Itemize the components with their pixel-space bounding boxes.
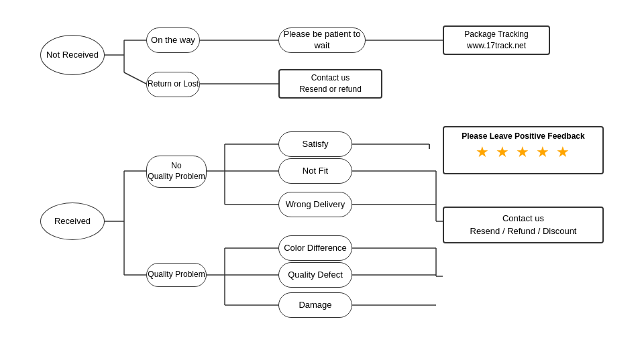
quality-problem-node: Quality Problem xyxy=(146,263,207,287)
feedback-title: Please Leave Positive Feedback xyxy=(449,131,597,141)
damage-node: Damage xyxy=(278,292,352,318)
package-tracking-node: Package Trackingwww.17track.net xyxy=(443,25,550,55)
contact-discount-label: Contact usResend / Refund / Discount xyxy=(470,213,577,237)
diagram: Not Received On the way Please be patien… xyxy=(0,0,644,344)
satisfy-node: Satisfy xyxy=(278,131,352,157)
stars-display: ★ ★ ★ ★ ★ xyxy=(449,144,597,161)
no-quality-node: NoQuality Problem xyxy=(146,156,207,188)
quality-defect-node: Quality Defect xyxy=(278,262,352,288)
on-the-way-node: On the way xyxy=(146,27,200,53)
contact-resend-refund-node: Contact usResend or refund xyxy=(278,69,382,99)
received-node: Received xyxy=(40,203,105,240)
wrong-delivery-node: Wrong Delivery xyxy=(278,192,352,217)
patient-node: Please be patient to wait xyxy=(278,27,366,53)
svg-line-3 xyxy=(124,72,146,84)
return-lost-node: Return or Lost xyxy=(146,72,200,97)
color-diff-node: Color Difference xyxy=(278,235,352,261)
not-fit-node: Not Fit xyxy=(278,158,352,184)
contact-discount-box: Contact usResend / Refund / Discount xyxy=(443,207,604,243)
feedback-box: Please Leave Positive Feedback ★ ★ ★ ★ ★ xyxy=(443,126,604,174)
not-received-node: Not Received xyxy=(40,35,105,75)
